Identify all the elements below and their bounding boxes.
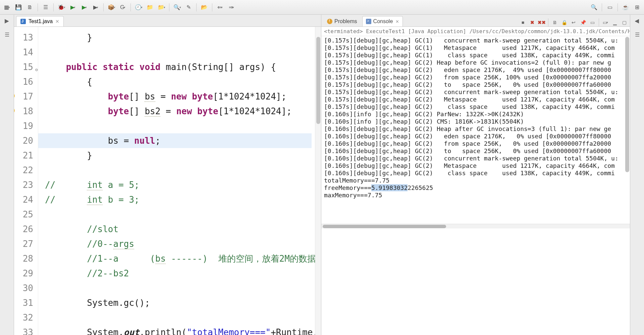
generate-button[interactable]: G: [118, 3, 127, 12]
run-button[interactable]: ▶: [68, 3, 77, 12]
external-tools-button[interactable]: ▶: [91, 3, 100, 12]
restore-icon[interactable]: ⯈: [3, 18, 11, 25]
build-all-button[interactable]: 📁: [157, 3, 166, 12]
console-hscrollbar[interactable]: [321, 224, 630, 228]
toolbar-sep: [38, 3, 38, 11]
toolbar-sep: [103, 3, 104, 11]
minimize-view-icon[interactable]: ▁: [611, 19, 619, 26]
line-gutter: 1314151617181920212223242526272829303132…: [14, 27, 38, 335]
tab-label: Problems: [334, 18, 357, 24]
scroll-lock-icon[interactable]: 🔒: [560, 19, 568, 26]
toolbar-sep: [53, 3, 54, 11]
debug-button[interactable]: 🐞: [57, 3, 66, 12]
remove-all-icon[interactable]: ✖✖: [538, 19, 545, 26]
terminate-icon[interactable]: ■: [519, 19, 527, 26]
toolbar-sep: [599, 18, 599, 26]
editor-tab-test1[interactable]: Test1.java ✕: [16, 16, 64, 26]
editor-area: Test1.java ✕ 131415161718192021222324252…: [14, 15, 321, 335]
console-vscrollbar[interactable]: [625, 37, 629, 217]
display-selected-icon[interactable]: ▭: [589, 19, 596, 26]
toolbar-sep: [212, 3, 212, 11]
editor-vscroll-thumb[interactable]: [316, 37, 320, 124]
toolbar-sep: [602, 3, 602, 11]
toolbar-sep: [169, 3, 169, 11]
toolbar-sep: [196, 3, 197, 11]
close-icon[interactable]: ✕: [395, 19, 399, 24]
maximize-view-icon[interactable]: ▢: [621, 19, 628, 26]
java-file-icon: [20, 19, 26, 24]
save-all-button[interactable]: 🗎: [25, 3, 34, 12]
new-button[interactable]: ▦: [3, 3, 11, 12]
tab-console[interactable]: Console ✕: [362, 16, 403, 26]
editor-body[interactable]: 1314151617181920212223242526272829303132…: [14, 27, 321, 335]
console-status: <terminated> ExecuteTest1 [Java Applicat…: [321, 27, 630, 36]
perspective-switch-button[interactable]: ▭: [605, 3, 614, 12]
open-console-icon[interactable]: ▭: [602, 19, 609, 26]
console-hscroll-thumb[interactable]: [323, 225, 446, 228]
open-resource-button[interactable]: 📂: [200, 3, 209, 12]
save-button[interactable]: 💾: [14, 3, 23, 12]
left-trim: ⯈ ☰: [0, 15, 14, 335]
toolbar-sep: [548, 18, 548, 26]
editor-continuation: [321, 228, 630, 335]
right-tabbar: Problems Console ✕ ■ ✖ ✖✖ 🗎 🔒 ↩ 📌 ▭ ▭ ▁: [321, 15, 630, 27]
quick-search-icon[interactable]: 🔍: [590, 3, 598, 12]
right-panel: Problems Console ✕ ■ ✖ ✖✖ 🗎 🔒 ↩ 📌 ▭ ▭ ▁: [321, 15, 630, 335]
nav-history-button[interactable]: 🕘: [134, 3, 143, 12]
open-perspective-button[interactable]: ⊞: [633, 3, 641, 12]
tab-label: Console: [373, 18, 393, 24]
editor-tab-label: Test1.java: [29, 18, 53, 24]
console-toolbar: ■ ✖ ✖✖ 🗎 🔒 ↩ 📌 ▭ ▭ ▁ ▢: [519, 18, 628, 26]
hierarchy-icon[interactable]: ☰: [3, 31, 11, 38]
build-button[interactable]: 📁: [146, 3, 154, 12]
clear-console-icon[interactable]: 🗎: [551, 19, 558, 26]
code-area[interactable]: } public static void main(String[] args)…: [38, 27, 315, 335]
pin-console-icon[interactable]: 📌: [579, 19, 587, 26]
problems-icon: [327, 19, 332, 24]
word-wrap-icon[interactable]: ↩: [570, 19, 577, 26]
right-trim: ⯇ ☰: [630, 15, 644, 335]
new-package-button[interactable]: 📦: [107, 3, 116, 12]
tasks-button[interactable]: ✎: [184, 3, 193, 12]
console-output[interactable]: [0.157s][debug][gc,heap] GC(1) concurren…: [321, 36, 630, 224]
search-button[interactable]: 🔍: [173, 3, 181, 12]
outline-icon[interactable]: ☰: [634, 31, 641, 38]
editor-vscrollbar[interactable]: [315, 27, 321, 335]
main-toolbar: ▦ 💾 🗎 ☰ 🐞 ▶ ▶ ▶ 📦 G 🕘 📁 📁 🔍 ✎ 📂 ⇐ ⇒ 🔍 ▭ …: [0, 0, 644, 15]
restore-right-icon[interactable]: ⯇: [634, 18, 641, 25]
toolbar-sep: [130, 3, 131, 11]
toolbar-sep: [618, 3, 618, 11]
tab-problems[interactable]: Problems: [323, 16, 361, 26]
coverage-button[interactable]: ▶: [80, 3, 89, 12]
forward-button[interactable]: ⇒: [227, 3, 236, 12]
editor-tabbar: Test1.java ✕: [14, 15, 321, 27]
workbench: ⯈ ☰ Test1.java ✕ 13141516171819202122232…: [0, 15, 644, 335]
console-vscroll-thumb[interactable]: [625, 37, 629, 172]
remove-launch-icon[interactable]: ✖: [529, 19, 536, 26]
back-button[interactable]: ⇐: [216, 3, 224, 12]
close-tab-icon[interactable]: ✕: [55, 19, 59, 24]
java-perspective-icon[interactable]: ☕: [621, 3, 630, 12]
open-type-button[interactable]: ☰: [41, 3, 50, 12]
console-icon: [366, 19, 371, 24]
